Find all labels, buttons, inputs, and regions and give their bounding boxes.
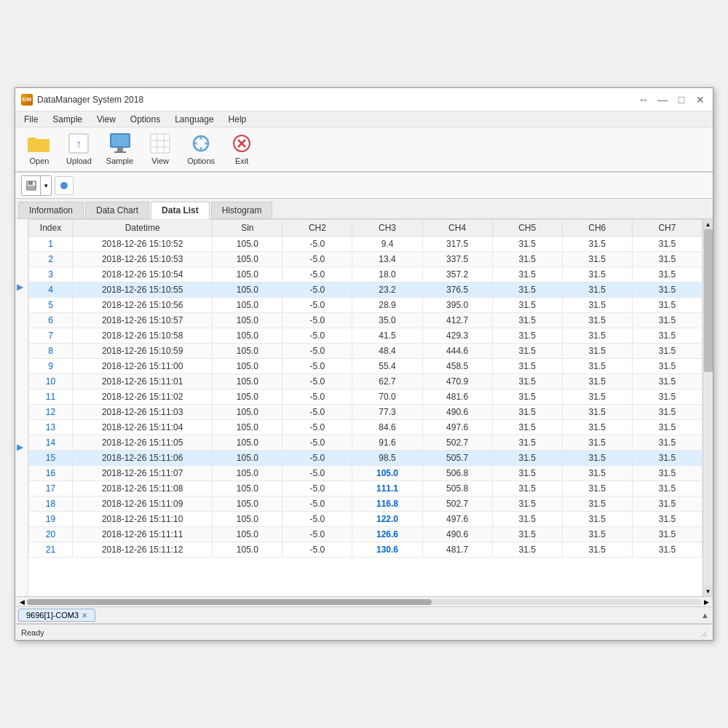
cell-col-4: 105.0 [352, 466, 422, 481]
col-header-ch4: CH4 [422, 220, 492, 237]
table-row[interactable]: 182018-12-26 15:11:09105.0-5.0116.8502.7… [29, 496, 703, 512]
table-row[interactable]: 12018-12-26 15:10:52105.0-5.09.4317.531.… [29, 237, 703, 252]
table-row[interactable]: 42018-12-26 15:10:55105.0-5.023.2376.531… [29, 282, 703, 298]
exit-button[interactable]: Exit [223, 129, 260, 168]
hscroll-right[interactable]: ▶ [701, 598, 711, 606]
scroll-track[interactable] [703, 229, 713, 586]
menu-options[interactable]: Options [124, 113, 166, 126]
upload-button[interactable]: ↑ Upload [60, 129, 98, 168]
cell-col-6: 31.5 [492, 359, 562, 374]
cell-col-7: 31.5 [562, 298, 632, 313]
table-row[interactable]: 172018-12-26 15:11:08105.0-5.0111.1505.8… [29, 481, 703, 496]
table-row[interactable]: 92018-12-26 15:11:00105.0-5.055.4458.531… [29, 359, 703, 374]
minimize-button[interactable]: — [656, 93, 669, 106]
cell-col-8: 31.5 [632, 252, 702, 267]
menu-language[interactable]: Language [169, 113, 219, 126]
cell-index: 14 [29, 435, 73, 451]
close-button[interactable]: ✕ [694, 93, 707, 106]
cell-col-3: -5.0 [282, 481, 352, 496]
table-scroll[interactable]: Index Datetime Sin CH2 CH3 CH4 CH5 CH6 C… [28, 219, 703, 596]
table-row[interactable]: 22018-12-26 15:10:53105.0-5.013.4337.531… [29, 252, 703, 267]
status-tab-close[interactable]: ✕ [82, 612, 87, 620]
cell-col-4: 9.4 [352, 237, 422, 252]
table-row[interactable]: 102018-12-26 15:11:01105.0-5.062.7470.93… [29, 374, 703, 389]
col-header-index: Index [29, 220, 73, 237]
table-row[interactable]: 32018-12-26 15:10:54105.0-5.018.0357.231… [29, 267, 703, 282]
table-row[interactable]: 112018-12-26 15:11:02105.0-5.070.0481.63… [29, 389, 703, 405]
cell-col-3: -5.0 [282, 405, 352, 420]
cell-col-1: 2018-12-26 15:11:02 [73, 389, 213, 405]
menu-sample[interactable]: Sample [47, 113, 88, 126]
cell-col-3: -5.0 [282, 282, 352, 298]
tab-information[interactable]: Information [18, 202, 84, 218]
table-row[interactable]: 192018-12-26 15:11:10105.0-5.0122.0497.6… [29, 512, 703, 527]
svg-text:▲: ▲ [701, 611, 709, 619]
table-row[interactable]: 162018-12-26 15:11:07105.0-5.0105.0506.8… [29, 466, 703, 481]
cell-col-6: 31.5 [492, 435, 562, 451]
cell-col-5: 470.9 [422, 374, 492, 389]
menu-view[interactable]: View [91, 113, 122, 126]
menu-help[interactable]: Help [223, 113, 253, 126]
cell-col-6: 31.5 [492, 389, 562, 405]
view-label: View [151, 157, 169, 165]
view-button[interactable]: View [142, 129, 178, 168]
cell-col-8: 31.5 [632, 405, 702, 420]
hscroll-left[interactable]: ◀ [17, 598, 27, 606]
tab-data-chart[interactable]: Data Chart [85, 202, 149, 218]
maximize-button[interactable]: □ [675, 93, 688, 106]
cell-col-5: 395.0 [422, 298, 492, 313]
cell-col-1: 2018-12-26 15:10:59 [73, 344, 213, 359]
open-button[interactable]: Open [21, 129, 58, 168]
cell-col-4: 70.0 [352, 389, 422, 405]
svg-rect-19 [28, 186, 35, 189]
upload-label: Upload [66, 157, 92, 165]
status-text: Ready [21, 628, 44, 637]
tab-histogram[interactable]: Histogram [211, 202, 273, 218]
table-row[interactable]: 202018-12-26 15:11:11105.0-5.0126.6490.6… [29, 527, 703, 542]
svg-point-20 [60, 182, 68, 189]
scroll-up-button[interactable]: ▲ [703, 219, 713, 229]
cell-col-8: 31.5 [632, 527, 702, 542]
save-button[interactable] [22, 176, 41, 195]
cell-col-6: 31.5 [492, 542, 562, 558]
menu-file[interactable]: File [18, 113, 44, 126]
table-row[interactable]: 152018-12-26 15:11:06105.0-5.098.5505.73… [29, 451, 703, 466]
cell-col-8: 31.5 [632, 512, 702, 527]
table-row[interactable]: 62018-12-26 15:10:57105.0-5.035.0412.731… [29, 313, 703, 328]
table-row[interactable]: 72018-12-26 15:10:58105.0-5.041.5429.331… [29, 328, 703, 344]
table-row[interactable]: 52018-12-26 15:10:56105.0-5.028.9395.031… [29, 298, 703, 313]
cell-col-6: 31.5 [492, 344, 562, 359]
record-button[interactable] [55, 176, 74, 195]
cell-col-4: 116.8 [352, 496, 422, 512]
cell-col-7: 31.5 [562, 374, 632, 389]
col-header-ch2: CH2 [282, 220, 352, 237]
cell-col-2: 105.0 [213, 420, 282, 435]
svg-rect-7 [114, 151, 126, 153]
cell-col-2: 105.0 [213, 466, 282, 481]
cell-col-4: 41.5 [352, 328, 422, 344]
horizontal-scrollbar[interactable]: ◀ ▶ [15, 596, 713, 606]
table-row[interactable]: 142018-12-26 15:11:05105.0-5.091.6502.73… [29, 435, 703, 451]
cell-col-4: 84.6 [352, 420, 422, 435]
table-row[interactable]: 132018-12-26 15:11:04105.0-5.084.6497.63… [29, 420, 703, 435]
table-row[interactable]: 122018-12-26 15:11:03105.0-5.077.3490.63… [29, 405, 703, 420]
vertical-scrollbar[interactable]: ▲ ▼ [703, 219, 713, 596]
scroll-down-button[interactable]: ▼ [703, 586, 713, 596]
tab-bar: Information Data Chart Data List Histogr… [15, 199, 713, 219]
folder-icon [28, 132, 51, 155]
cell-col-6: 31.5 [492, 496, 562, 512]
cell-col-7: 31.5 [562, 282, 632, 298]
title-controls: ↔ — □ ✕ [637, 93, 707, 106]
hscroll-track[interactable] [27, 599, 701, 605]
table-row[interactable]: 212018-12-26 15:11:12105.0-5.0130.6481.7… [29, 542, 703, 558]
cell-col-8: 31.5 [632, 313, 702, 328]
status-tab[interactable]: 9696[1]-COM3 ✕ [18, 609, 95, 622]
tab-data-list[interactable]: Data List [151, 202, 210, 219]
options-button[interactable]: Options [181, 129, 221, 168]
sample-button[interactable]: Sample [100, 129, 139, 168]
save-dropdown-arrow[interactable]: ▾ [41, 176, 51, 195]
cell-col-1: 2018-12-26 15:11:11 [73, 527, 213, 542]
title-bar: DM DataManager System 2018 ↔ — □ ✕ [15, 88, 713, 111]
cell-col-5: 502.7 [422, 435, 492, 451]
table-row[interactable]: 82018-12-26 15:10:59105.0-5.048.4444.631… [29, 344, 703, 359]
